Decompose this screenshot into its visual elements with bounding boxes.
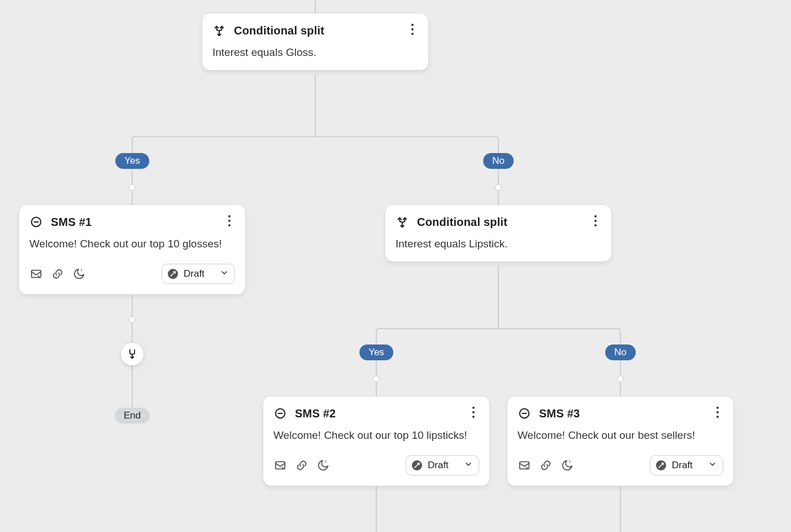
smart-sending-icon[interactable] xyxy=(29,267,43,281)
status-dropdown[interactable]: Draft xyxy=(650,455,723,476)
chevron-down-icon xyxy=(708,460,717,471)
status-label: Draft xyxy=(184,268,205,280)
status-bullet-icon xyxy=(412,460,422,470)
smart-sending-icon[interactable] xyxy=(518,459,531,472)
sms-card-1[interactable]: SMS #1 Welcome! Check out our top 10 glo… xyxy=(19,205,245,294)
smart-sending-icon[interactable] xyxy=(273,459,287,472)
card-body-text: Welcome! Check out our top 10 lipsticks! xyxy=(273,428,479,443)
status-bullet-icon xyxy=(168,269,178,279)
connection-port[interactable] xyxy=(617,376,624,382)
conditional-split-card-2[interactable]: Conditional split Interest equals Lipsti… xyxy=(385,205,611,261)
sms-card-2[interactable]: SMS #2 Welcome! Check out our top 10 lip… xyxy=(263,396,489,486)
status-dropdown[interactable]: Draft xyxy=(162,264,235,284)
svg-text:z: z xyxy=(81,268,82,272)
end-badge: End xyxy=(115,408,150,424)
card-title: Conditional split xyxy=(234,24,324,37)
utm-tracking-icon[interactable] xyxy=(295,459,308,472)
card-menu-button[interactable] xyxy=(710,404,725,420)
sms-icon xyxy=(518,407,531,420)
sms-card-3[interactable]: SMS #3 Welcome! Check out our best selle… xyxy=(507,396,733,486)
flow-canvas[interactable]: Conditional split Interest equals Gloss.… xyxy=(0,0,791,532)
sms-icon xyxy=(273,407,287,420)
card-body-text: Welcome! Check out our best sellers! xyxy=(518,428,723,443)
chevron-down-icon xyxy=(464,460,473,471)
chevron-down-icon xyxy=(220,268,229,280)
svg-text:z: z xyxy=(325,459,327,463)
quiet-hours-icon[interactable]: z xyxy=(316,459,330,472)
card-title: SMS #1 xyxy=(51,216,92,229)
status-label: Draft xyxy=(428,460,449,471)
status-dropdown[interactable]: Draft xyxy=(406,455,479,476)
quiet-hours-icon[interactable]: z xyxy=(72,267,86,281)
utm-tracking-icon[interactable] xyxy=(539,459,553,472)
branch-no-badge: No xyxy=(483,153,514,169)
connection-port[interactable] xyxy=(373,376,380,382)
connection-port[interactable] xyxy=(129,184,136,191)
svg-text:z: z xyxy=(569,459,571,463)
card-body-text: Welcome! Check out our top 10 glosses! xyxy=(29,237,235,251)
branch-yes-badge: Yes xyxy=(359,345,393,360)
connection-port[interactable] xyxy=(495,184,502,191)
sms-icon xyxy=(29,215,43,229)
split-icon xyxy=(395,215,409,229)
utm-tracking-icon[interactable] xyxy=(51,267,64,281)
card-menu-button[interactable] xyxy=(405,21,420,37)
quiet-hours-icon[interactable]: z xyxy=(560,459,574,472)
add-step-button[interactable] xyxy=(121,343,144,365)
card-title: SMS #3 xyxy=(539,407,580,420)
conditional-split-card-1[interactable]: Conditional split Interest equals Gloss. xyxy=(202,14,428,70)
branch-no-badge: No xyxy=(605,345,636,360)
branch-yes-badge: Yes xyxy=(115,153,149,169)
connection-port[interactable] xyxy=(129,316,136,323)
card-menu-button[interactable] xyxy=(221,213,237,229)
card-menu-button[interactable] xyxy=(588,213,603,229)
card-title: SMS #2 xyxy=(295,407,336,420)
status-label: Draft xyxy=(672,460,693,471)
split-icon xyxy=(212,24,226,37)
card-title: Conditional split xyxy=(417,216,507,229)
card-condition: Interest equals Lipstick. xyxy=(395,237,601,251)
card-condition: Interest equals Gloss. xyxy=(212,45,418,60)
status-bullet-icon xyxy=(656,460,666,470)
card-menu-button[interactable] xyxy=(466,404,481,420)
